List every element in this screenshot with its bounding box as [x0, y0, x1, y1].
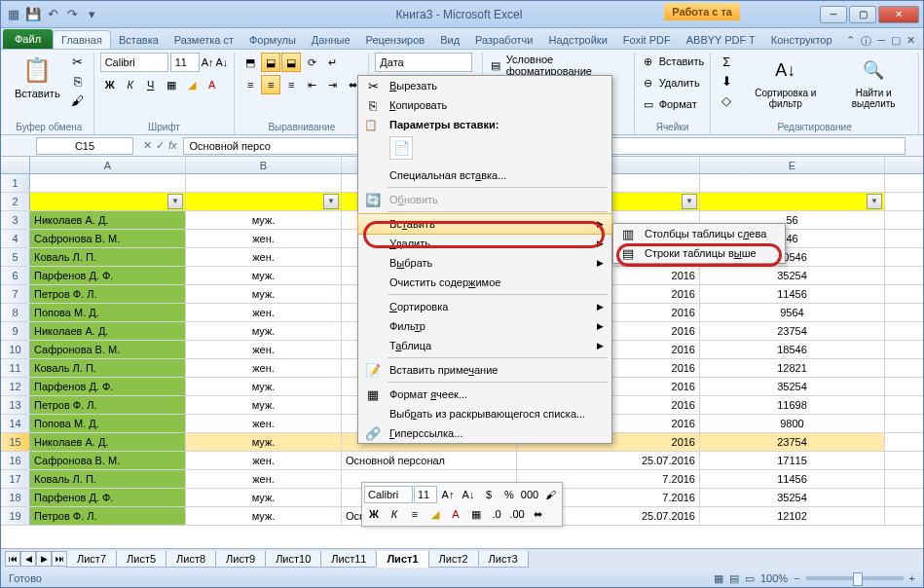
- sheet-tab[interactable]: Лист1: [376, 551, 428, 568]
- cell[interactable]: муж.: [186, 489, 342, 506]
- row-header[interactable]: 18: [1, 489, 30, 506]
- delete-cells[interactable]: ⊖Удалить: [641, 74, 700, 92]
- col-header-b[interactable]: B: [186, 157, 342, 173]
- cell[interactable]: жен.: [186, 248, 342, 266]
- qat-more-icon[interactable]: ▾: [83, 6, 100, 23]
- align-center-icon[interactable]: ≡: [261, 75, 280, 94]
- copy-icon[interactable]: ⎘: [68, 72, 88, 90]
- ctx-cut[interactable]: ✂Вырезать: [358, 76, 611, 95]
- cell[interactable]: 9564: [700, 304, 885, 321]
- paste-option-icon[interactable]: 📄: [389, 136, 413, 160]
- zoom-in-icon[interactable]: +: [909, 572, 915, 584]
- cell[interactable]: муж.: [186, 322, 342, 340]
- row-header[interactable]: 2: [1, 193, 30, 210]
- tab-foxit[interactable]: Foxit PDF: [615, 31, 679, 49]
- enter-formula-icon[interactable]: ✓: [156, 139, 165, 152]
- row-header[interactable]: 9: [1, 322, 30, 340]
- zoom-out-icon[interactable]: −: [794, 572, 799, 584]
- close-button[interactable]: ✕: [878, 6, 919, 23]
- sheet-tab[interactable]: Лист3: [478, 551, 529, 568]
- ctx-dropdown-list[interactable]: Выбрать из раскрывающегося списка...: [358, 404, 611, 423]
- row-header[interactable]: 10: [1, 341, 30, 358]
- cell[interactable]: муж.: [186, 433, 342, 451]
- ctx-table[interactable]: Таблица▶: [358, 336, 611, 355]
- cell[interactable]: муж.: [186, 378, 342, 395]
- row-header[interactable]: 13: [1, 396, 30, 414]
- mini-painter-icon[interactable]: 🖌: [540, 485, 560, 504]
- ctx-insert[interactable]: Вставить▶: [357, 213, 612, 235]
- cell[interactable]: муж.: [186, 267, 342, 284]
- cell[interactable]: 23754: [700, 433, 885, 451]
- ctx-sort[interactable]: Сортировка▶: [358, 297, 611, 316]
- format-painter-icon[interactable]: 🖌: [68, 92, 88, 109]
- cell[interactable]: 23754: [700, 322, 885, 340]
- tab-formulas[interactable]: Формулы: [241, 31, 304, 49]
- tab-review[interactable]: Рецензиров: [358, 31, 433, 49]
- sheet-tab[interactable]: Лист7: [66, 551, 117, 568]
- minimize-button[interactable]: ─: [820, 6, 847, 23]
- fill-color-icon[interactable]: ◢: [182, 75, 202, 94]
- ctx-copy[interactable]: ⎘Копировать: [358, 95, 611, 115]
- cell[interactable]: Коваль Л. П.: [30, 359, 186, 377]
- tab-view[interactable]: Вид: [432, 31, 467, 49]
- border-icon[interactable]: ▦: [162, 75, 181, 94]
- filter-header[interactable]: Имя: [30, 193, 186, 210]
- number-format-select[interactable]: [375, 53, 472, 72]
- mini-align-icon[interactable]: ≡: [405, 504, 425, 524]
- cell[interactable]: Петров Ф. Л.: [30, 396, 186, 414]
- sheet-tab[interactable]: Лист11: [320, 551, 377, 568]
- mini-currency-icon[interactable]: $: [479, 485, 499, 504]
- fill-icon[interactable]: ⬇: [717, 72, 736, 90]
- last-sheet-icon[interactable]: ⏭: [52, 551, 67, 567]
- align-middle-icon[interactable]: ⬓: [261, 53, 280, 72]
- ctx-paste-special[interactable]: Специальная вставка...: [358, 165, 611, 185]
- row-header[interactable]: 17: [1, 470, 30, 488]
- row-header[interactable]: 19: [1, 507, 30, 525]
- align-bottom-icon[interactable]: ⬓: [281, 53, 301, 72]
- font-name-select[interactable]: [100, 53, 168, 72]
- cell[interactable]: Парфенов Д. Ф.: [30, 489, 186, 506]
- mini-dec-dec-icon[interactable]: .00: [507, 504, 527, 524]
- font-color-icon[interactable]: A: [203, 75, 222, 94]
- ctx-hyperlink[interactable]: 🔗Гиперссылка...: [358, 423, 611, 443]
- tab-data[interactable]: Данные: [304, 31, 358, 49]
- cell[interactable]: Парфенов Д. Ф.: [30, 267, 186, 284]
- indent-dec-icon[interactable]: ⇤: [302, 75, 321, 94]
- cell[interactable]: Попова М. Д.: [30, 415, 186, 432]
- cell[interactable]: 12821: [700, 359, 885, 377]
- bold-icon[interactable]: Ж: [100, 75, 120, 94]
- cell[interactable]: жен.: [186, 470, 342, 488]
- ctx-filter[interactable]: Фильтр▶: [358, 316, 611, 336]
- row-header[interactable]: 1: [1, 174, 30, 192]
- indent-inc-icon[interactable]: ⇥: [322, 75, 342, 94]
- view-normal-icon[interactable]: ▦: [714, 572, 723, 585]
- view-layout-icon[interactable]: ▤: [729, 572, 739, 585]
- sub-cols-left[interactable]: ▥Столбцы таблицы слева: [613, 224, 785, 243]
- mini-grow-icon[interactable]: A↑: [438, 485, 458, 504]
- shrink-font-icon[interactable]: A↓: [215, 56, 228, 68]
- help-icon[interactable]: ⓘ: [861, 34, 871, 49]
- cell[interactable]: жен.: [186, 452, 342, 469]
- cell[interactable]: Основной персонал: [342, 452, 517, 469]
- row-header[interactable]: 14: [1, 415, 30, 432]
- tab-addins[interactable]: Надстройки: [540, 31, 614, 49]
- col-header-a[interactable]: A: [30, 157, 186, 173]
- prev-sheet-icon[interactable]: ◀: [20, 551, 36, 567]
- filter-header[interactable]: Пол: [186, 193, 342, 210]
- mini-inc-dec-icon[interactable]: .0: [487, 504, 506, 524]
- align-left-icon[interactable]: ≡: [240, 75, 260, 94]
- first-sheet-icon[interactable]: ⏮: [5, 551, 20, 567]
- row-header[interactable]: 12: [1, 378, 30, 395]
- fx-icon[interactable]: fx: [168, 139, 177, 152]
- cell[interactable]: Николаев А. Д.: [30, 322, 186, 340]
- zoom-slider[interactable]: [806, 576, 904, 580]
- cell[interactable]: жен.: [186, 415, 342, 432]
- align-top-icon[interactable]: ⬒: [240, 53, 260, 72]
- redo-icon[interactable]: ↷: [63, 6, 81, 23]
- cell[interactable]: 35254: [700, 267, 885, 284]
- tab-insert[interactable]: Вставка: [111, 31, 166, 49]
- cell[interactable]: Коваль Л. П.: [30, 248, 186, 266]
- tab-layout[interactable]: Разметка ст: [166, 31, 241, 49]
- row-header[interactable]: 16: [1, 452, 30, 469]
- next-sheet-icon[interactable]: ▶: [36, 551, 52, 567]
